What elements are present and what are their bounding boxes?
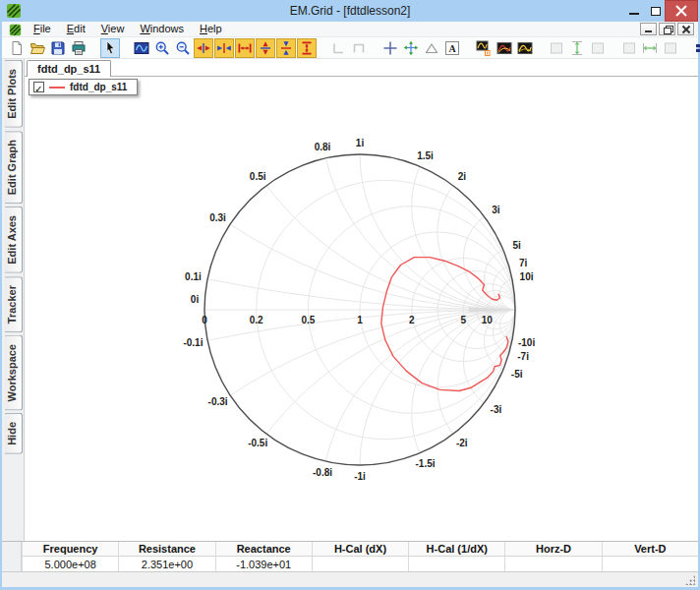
open-file-icon xyxy=(29,40,45,56)
fit-vertical-button[interactable] xyxy=(297,38,317,58)
close-button[interactable] xyxy=(665,0,698,22)
save-icon xyxy=(50,40,66,56)
text-label-icon: A xyxy=(444,40,460,56)
sidebar-tab-edit-axes[interactable]: Edit Axes xyxy=(5,206,23,273)
legend-checkbox[interactable] xyxy=(33,82,44,92)
text-label-button[interactable]: A xyxy=(442,38,462,58)
smith-tick-label: 2i xyxy=(458,171,467,182)
toolbar-buttons: A xyxy=(7,38,681,58)
smith-tick-label: -0.3i xyxy=(208,396,228,407)
zoom-fit-button[interactable] xyxy=(132,38,151,58)
mdi-close-button[interactable] xyxy=(677,23,694,35)
box-annotation-button[interactable] xyxy=(349,38,369,58)
smith-tick-label: 0.5i xyxy=(250,171,266,182)
smith-tick-label: -10i xyxy=(518,337,535,348)
mdi-restore-icon xyxy=(664,26,671,32)
smith-tick-label: 0.8i xyxy=(315,142,331,152)
tracker-header: H-Cal (dX) xyxy=(313,542,408,557)
menu-view[interactable]: View xyxy=(93,22,133,36)
panel-right-button[interactable] xyxy=(588,38,608,58)
tracker-header: Reactance xyxy=(216,542,312,557)
tracker-header: Vert-D xyxy=(603,542,698,557)
save-button[interactable] xyxy=(48,38,68,58)
open-file-button[interactable] xyxy=(28,38,47,58)
distribute-horizontal-icon xyxy=(642,40,658,56)
smith-tick-label: 3i xyxy=(492,205,500,215)
smith-tick-label: -1i xyxy=(354,471,366,482)
panel-right-icon xyxy=(590,40,606,56)
minimize-icon xyxy=(629,13,639,15)
smith-tick-label: 0.3i xyxy=(209,212,226,223)
sidebar-tab-edit-graph[interactable]: Edit Graph xyxy=(5,131,23,204)
panel-bottom-button[interactable] xyxy=(661,38,680,58)
fit-horizontal-button[interactable] xyxy=(235,38,255,58)
window-title: EM.Grid - [fdtdlesson2] xyxy=(0,0,700,22)
sidebar-tab-tracker[interactable]: Tracker xyxy=(5,276,23,332)
panel-left-icon xyxy=(549,40,564,56)
tracker-header: Horz-D xyxy=(505,542,601,557)
tracker-value: -1.039e+01 xyxy=(216,557,312,572)
tracker-col-horz-d: Horz-D xyxy=(504,542,601,571)
shrink-horizontal-button[interactable] xyxy=(214,38,234,58)
smith-chart[interactable]: 0.1i-0.1i0.3i-0.3i0.5i-0.5i0.8i-0.8i1i-1… xyxy=(25,77,697,541)
plot-style-yellow-button[interactable] xyxy=(515,38,535,58)
mdi-minimize-button[interactable] xyxy=(640,23,657,35)
expand-horizontal-icon xyxy=(196,40,211,56)
menu-help[interactable]: Help xyxy=(192,22,230,36)
smith-tick-label: -0.8i xyxy=(313,467,332,478)
zoom-out-button[interactable] xyxy=(173,38,193,58)
mdi-restore-button[interactable] xyxy=(659,23,675,35)
distribute-vertical-button[interactable] xyxy=(567,38,587,58)
expand-vertical-button[interactable] xyxy=(256,38,275,58)
legend: fdtd_dp_s11 xyxy=(29,79,138,95)
insert-plot-icon xyxy=(476,40,492,56)
menu-windows[interactable]: Windows xyxy=(132,22,192,36)
expand-horizontal-button[interactable] xyxy=(194,38,213,58)
panel-bottom-icon xyxy=(663,40,678,56)
smith-tick-label: 0.2 xyxy=(250,315,263,325)
sidebar-tab-edit-plots[interactable]: Edit Plots xyxy=(5,60,23,128)
panel-top-button[interactable] xyxy=(619,38,639,58)
smith-tick-label: 5 xyxy=(461,315,467,325)
plot-area[interactable]: fdtd_dp_s11 0.1i-0.1i0.3i-0.3i0.5i-0.5i0… xyxy=(25,77,698,541)
axes-button[interactable] xyxy=(401,38,421,58)
maximize-button[interactable] xyxy=(646,0,665,22)
smith-tick-label: 1i xyxy=(356,138,365,148)
triangle-marker-button[interactable] xyxy=(422,38,441,58)
smith-tick-label: 10 xyxy=(482,315,494,325)
tracker-header: Resistance xyxy=(119,542,214,557)
crosshair-button[interactable] xyxy=(380,38,400,58)
axes-icon xyxy=(403,40,419,56)
print-button[interactable] xyxy=(69,38,88,58)
plot-style-yellow-icon xyxy=(517,40,533,56)
zoom-fit-icon xyxy=(134,40,149,56)
insert-plot-button[interactable] xyxy=(474,38,494,58)
smith-tick-label: 7i xyxy=(519,258,528,268)
resize-grip[interactable] xyxy=(685,575,695,585)
select-cursor-button[interactable] xyxy=(100,38,120,58)
triangle-marker-icon xyxy=(424,40,439,56)
tab-fdtd-dp-s11[interactable]: fdtd_dp_s11 xyxy=(27,60,111,77)
layout-button[interactable]: Layout xyxy=(695,40,700,56)
title-bar[interactable]: EM.Grid - [fdtdlesson2] xyxy=(0,0,700,22)
document-tab-strip: fdtd_dp_s11 xyxy=(25,59,698,77)
zoom-in-button[interactable] xyxy=(152,38,172,58)
content-panel: fdtd_dp_s11 fdtd_dp_s11 0.1i-0.1i0.3i-0.… xyxy=(24,59,698,541)
mdi-close-icon xyxy=(682,26,690,33)
sidebar-tab-workspace[interactable]: Workspace xyxy=(5,335,23,411)
corner-annotation-button[interactable] xyxy=(328,38,348,58)
mdi-minimize-icon xyxy=(645,30,652,32)
shrink-vertical-button[interactable] xyxy=(276,38,296,58)
print-icon xyxy=(71,40,87,56)
new-document-button[interactable] xyxy=(7,38,27,58)
sidebar-tab-hide[interactable]: Hide xyxy=(5,413,23,454)
tracker-col-h-cal-1-dx-: H-Cal (1/dX) xyxy=(408,542,504,571)
tracker-col-vert-d: Vert-D xyxy=(602,542,698,571)
smith-tick-label: -2i xyxy=(456,438,468,448)
menu-file[interactable]: File xyxy=(26,22,59,36)
plot-style-red-button[interactable] xyxy=(495,38,514,58)
menu-edit[interactable]: Edit xyxy=(59,22,93,36)
panel-left-button[interactable] xyxy=(547,38,566,58)
minimize-button[interactable] xyxy=(622,0,646,22)
distribute-horizontal-button[interactable] xyxy=(640,38,660,58)
